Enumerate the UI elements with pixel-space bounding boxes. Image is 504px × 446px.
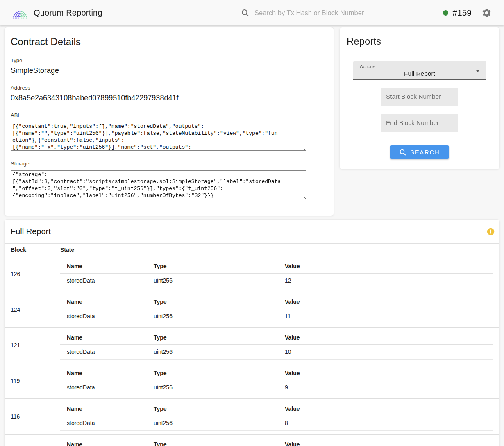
type-column-header: Type — [147, 334, 278, 341]
state-entry-row: storedData uint256 8 — [60, 416, 493, 431]
actions-select-value: Full Report — [353, 70, 486, 77]
state-table-header: Name Type Value — [60, 402, 493, 416]
state-entry-type: uint256 — [147, 420, 278, 426]
gear-icon — [481, 8, 492, 18]
state-entry-name: storedData — [60, 384, 147, 391]
chevron-down-icon — [475, 70, 480, 72]
address-label: Address — [11, 85, 327, 91]
contract-address-value: 0x8a5e2a6343108babed07899510fb42297938d4… — [11, 94, 327, 102]
state-entry-type: uint256 — [147, 384, 278, 391]
name-column-header: Name — [60, 334, 147, 341]
state-table-header: Name Type Value — [60, 438, 493, 446]
state-entry-name: storedData — [60, 277, 147, 284]
header-right: #159 — [443, 8, 492, 18]
type-column-header: Type — [147, 370, 278, 376]
value-column-header: Value — [278, 405, 493, 412]
app-header: Quorum Reporting #159 — [0, 0, 504, 25]
state-entry-row: storedData uint256 12 — [60, 274, 493, 288]
block-number: 124 — [5, 306, 60, 313]
search-button[interactable]: SEARCH — [390, 145, 449, 159]
name-column-header: Name — [60, 405, 147, 412]
state-entry-value: 8 — [278, 420, 493, 426]
storage-label: Storage — [11, 161, 327, 167]
contract-type-value: SimpleStorage — [11, 66, 327, 75]
info-icon — [487, 228, 495, 235]
state-table: Name Type Value storedData uint256 8 — [60, 399, 499, 434]
state-table-header: Name Type Value — [60, 295, 493, 309]
abi-textarea[interactable]: [{"constant":true,"inputs":[],"name":"st… — [11, 122, 306, 151]
header-search — [241, 0, 371, 25]
reports-card: Reports Actions Full Report SEARCH — [339, 27, 500, 170]
state-table: Name Type Value storedData uint256 11 — [60, 292, 499, 327]
state-table: Name Type Value storedData uint256 10 — [60, 328, 499, 363]
status-dot-icon — [443, 10, 448, 16]
reports-form: Actions Full Report SEARCH — [347, 47, 493, 159]
search-icon — [241, 9, 250, 17]
type-column-header: Type — [147, 405, 278, 412]
contract-details-title: Contract Details — [11, 36, 327, 48]
state-entry-type: uint256 — [147, 277, 278, 284]
state-entry-value: 12 — [278, 277, 493, 284]
actions-select-label: Actions — [360, 64, 375, 69]
type-column-header: Type — [147, 441, 278, 446]
table-row: 126 Name Type Value storedData uint256 1… — [5, 256, 499, 292]
state-entry-type: uint256 — [147, 349, 278, 355]
table-row: 113 Name Type Value storedData uint256 7 — [5, 435, 499, 446]
state-entry-name: storedData — [60, 313, 147, 319]
report-table-header: Block State — [5, 243, 499, 256]
name-column-header: Name — [60, 370, 147, 376]
block-number: 119 — [5, 378, 60, 384]
value-column-header: Value — [278, 370, 493, 376]
type-column-header: Type — [147, 299, 278, 305]
value-column-header: Value — [278, 334, 493, 341]
state-column-header: State — [60, 247, 499, 253]
storage-textarea[interactable]: {"storage": [{"astId":3,"contract":"scri… — [11, 170, 306, 200]
full-report-title: Full Report — [11, 227, 51, 236]
reports-title: Reports — [347, 36, 493, 47]
state-table: Name Type Value storedData uint256 7 — [60, 435, 499, 446]
type-column-header: Type — [147, 263, 278, 269]
block-number: 126 — [5, 271, 60, 277]
table-row: 124 Name Type Value storedData uint256 1… — [5, 292, 499, 328]
full-report-card: Full Report Block State 126 Name Type Va… — [4, 219, 500, 446]
table-row: 121 Name Type Value storedData uint256 1… — [5, 328, 499, 363]
state-entry-type: uint256 — [147, 313, 278, 319]
actions-select[interactable]: Actions Full Report — [353, 61, 486, 80]
state-entry-row: storedData uint256 9 — [60, 380, 493, 395]
value-column-header: Value — [278, 263, 493, 269]
search-input[interactable] — [254, 9, 371, 17]
info-button[interactable] — [487, 228, 495, 235]
state-entry-value: 11 — [278, 313, 493, 319]
state-table-header: Name Type Value — [60, 331, 493, 345]
block-number: 116 — [5, 413, 60, 420]
current-block-badge: #159 — [452, 8, 472, 18]
state-entry-name: storedData — [60, 349, 147, 355]
search-icon — [399, 149, 406, 156]
quorum-logo-icon — [11, 5, 29, 20]
full-report-rows: 126 Name Type Value storedData uint256 1… — [5, 256, 499, 446]
name-column-header: Name — [60, 299, 147, 305]
start-block-input[interactable] — [381, 88, 458, 106]
state-table-header: Name Type Value — [60, 367, 493, 380]
value-column-header: Value — [278, 441, 493, 446]
name-column-header: Name — [60, 263, 147, 269]
state-entry-value: 9 — [278, 384, 493, 391]
contract-details-card: Contract Details Type SimpleStorage Addr… — [4, 27, 334, 216]
state-table: Name Type Value storedData uint256 9 — [60, 363, 499, 398]
block-number: 121 — [5, 342, 60, 349]
state-entry-name: storedData — [60, 420, 147, 426]
settings-button[interactable] — [481, 8, 492, 18]
state-entry-row: storedData uint256 11 — [60, 309, 493, 324]
name-column-header: Name — [60, 441, 147, 446]
block-column-header: Block — [5, 247, 60, 253]
table-row: 119 Name Type Value storedData uint256 9 — [5, 363, 499, 399]
state-table-header: Name Type Value — [60, 260, 493, 274]
search-button-label: SEARCH — [410, 149, 440, 156]
app-title: Quorum Reporting — [34, 8, 102, 18]
state-entry-value: 10 — [278, 349, 493, 355]
end-block-input[interactable] — [381, 114, 458, 132]
value-column-header: Value — [278, 299, 493, 305]
state-entry-row: storedData uint256 10 — [60, 345, 493, 360]
state-table: Name Type Value storedData uint256 12 — [60, 256, 499, 292]
abi-label: ABI — [11, 112, 327, 118]
